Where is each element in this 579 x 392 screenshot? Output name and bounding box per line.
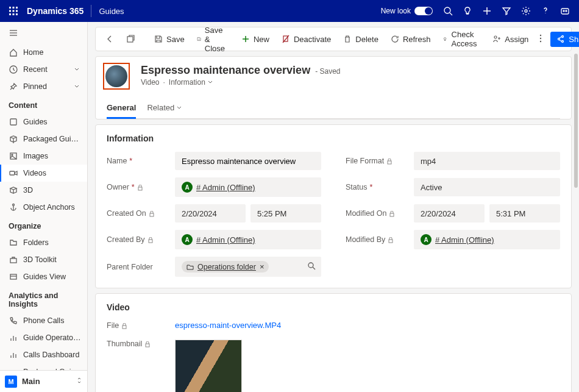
new-button[interactable]: New xyxy=(236,32,274,46)
sidebar-item-label: 3D Toolkit xyxy=(23,255,81,264)
filter-icon[interactable] xyxy=(497,2,516,20)
share-button[interactable]: Share xyxy=(550,32,579,47)
sidebar-item-calls-dashboard[interactable]: Calls Dashboard xyxy=(0,346,87,363)
check-access-label: Check Access xyxy=(452,30,481,48)
parent-folder-lookup[interactable]: Operations folder × xyxy=(175,257,321,277)
save-button[interactable]: Save xyxy=(149,32,190,46)
modified-on-date: 2/20/2024 xyxy=(414,204,485,223)
created-by-value[interactable]: A # Admin (Offline) xyxy=(175,230,321,249)
tab-related[interactable]: Related xyxy=(147,99,182,119)
svg-point-52 xyxy=(558,38,560,40)
share-label: Share xyxy=(569,35,579,44)
check-access-button[interactable]: Check Access xyxy=(438,27,485,51)
phone-icon xyxy=(9,316,18,326)
modified-by-value[interactable]: A # Admin (Offline) xyxy=(414,230,560,249)
sidebar-item-label: Images xyxy=(23,152,81,160)
svg-rect-5 xyxy=(16,10,18,12)
sidebar-item-home[interactable]: Home xyxy=(0,44,87,61)
area-switcher[interactable]: M Main xyxy=(0,370,87,392)
main-content: Save Save & Close New Deactivate Delete … xyxy=(88,22,579,392)
help-icon[interactable] xyxy=(536,2,555,20)
search-icon[interactable] xyxy=(439,2,457,20)
book-icon xyxy=(9,117,18,127)
chart-icon xyxy=(9,350,18,360)
svg-rect-21 xyxy=(10,119,16,125)
svg-rect-62 xyxy=(123,326,126,329)
svg-rect-7 xyxy=(13,13,15,15)
sidebar-item-object-anchors[interactable]: Object Anchors xyxy=(0,199,87,216)
modified-by-link[interactable]: # Admin (Offline) xyxy=(435,235,494,244)
toolkit-icon xyxy=(9,255,18,265)
field-name: Name * xyxy=(107,152,321,170)
delete-button[interactable]: Delete xyxy=(338,32,383,46)
folder-chip[interactable]: Operations folder × xyxy=(182,261,269,273)
open-new-window-button[interactable] xyxy=(121,32,140,46)
svg-rect-3 xyxy=(9,10,11,12)
created-by-link[interactable]: # Admin (Offline) xyxy=(196,235,255,244)
scrollbar[interactable] xyxy=(574,54,578,387)
svg-rect-2 xyxy=(16,7,18,9)
lightbulb-icon[interactable] xyxy=(458,2,477,20)
status-value[interactable]: Active xyxy=(414,178,560,196)
app-launcher-icon[interactable] xyxy=(5,2,22,20)
refresh-button[interactable]: Refresh xyxy=(386,32,436,46)
assign-button[interactable]: Assign xyxy=(488,32,533,46)
entity-label: Video xyxy=(141,78,159,87)
remove-chip-icon[interactable]: × xyxy=(260,262,265,271)
sidebar-item-packaged-guides[interactable]: Packaged Guides xyxy=(0,130,87,148)
svg-point-53 xyxy=(562,41,564,43)
sidebar-item-pinned[interactable]: Pinned xyxy=(0,78,87,95)
anchor-icon xyxy=(9,202,18,212)
new-look-toggle[interactable]: New look xyxy=(381,7,433,15)
form-selector[interactable]: Information xyxy=(169,78,213,87)
thumbnail-preview[interactable] xyxy=(175,340,242,392)
svg-point-48 xyxy=(540,34,541,35)
view-icon xyxy=(9,272,18,282)
gear-icon[interactable] xyxy=(517,2,535,20)
record-thumbnail[interactable] xyxy=(105,65,127,87)
owner-value[interactable]: A # Admin (Offline) xyxy=(175,177,321,197)
toggle-switch-icon[interactable] xyxy=(414,7,433,15)
sidebar-item-guides-view[interactable]: Guides View xyxy=(0,268,87,285)
sidebar-item-folders[interactable]: Folders xyxy=(0,234,87,251)
plus-icon[interactable] xyxy=(478,2,496,20)
name-input[interactable] xyxy=(175,152,321,170)
delete-label: Delete xyxy=(355,35,378,44)
sidebar-item-guides[interactable]: Guides xyxy=(0,113,87,130)
deactivate-button[interactable]: Deactivate xyxy=(277,32,336,46)
clock-icon xyxy=(9,65,18,74)
field-file: File espresso-maint-overview.MP4 xyxy=(107,321,560,330)
sidebar-item-videos[interactable]: Videos xyxy=(0,165,87,182)
sidebar-item-recent[interactable]: Recent xyxy=(0,61,87,78)
assistant-icon[interactable] xyxy=(556,2,574,20)
sidebar-item-images[interactable]: Images xyxy=(0,148,87,165)
sidebar-item-label: Guides View xyxy=(23,273,81,281)
record-thumbnail-highlight xyxy=(103,63,130,90)
folder-link[interactable]: Operations folder xyxy=(197,263,256,271)
owner-link[interactable]: # Admin (Offline) xyxy=(196,183,255,192)
module-label[interactable]: Guides xyxy=(99,7,124,16)
hamburger-icon[interactable] xyxy=(0,22,87,44)
sidebar-item-packaged-guides-op[interactable]: Packaged Guides Op... xyxy=(0,363,87,370)
overflow-button[interactable] xyxy=(536,32,545,47)
field-parent-folder: Parent Folder Operations folder × xyxy=(107,257,321,277)
search-icon[interactable] xyxy=(307,262,316,272)
sidebar-item-3d-toolkit[interactable]: 3D Toolkit xyxy=(0,251,87,268)
svg-rect-54 xyxy=(388,161,391,164)
section-information: Information Name * File Format mp4 Owner… xyxy=(95,124,572,288)
save-label: Save xyxy=(166,35,185,44)
avatar: A xyxy=(182,234,193,245)
sidebar-group-analytics: Analytics and Insights xyxy=(0,285,87,312)
save-close-button[interactable]: Save & Close xyxy=(192,23,234,55)
sidebar-item-3d[interactable]: 3D xyxy=(0,182,87,199)
record-header: Espresso maintenance overview - Saved Vi… xyxy=(95,56,572,119)
tab-general[interactable]: General xyxy=(107,99,136,119)
svg-rect-59 xyxy=(389,240,393,243)
sidebar-item-operator-sessions[interactable]: Guide Operator Sessi... xyxy=(0,329,87,346)
back-button[interactable] xyxy=(101,32,119,46)
sidebar-item-phone-calls[interactable]: Phone Calls xyxy=(0,312,87,329)
required-icon: * xyxy=(132,183,135,191)
section-title: Information xyxy=(107,134,560,143)
sidebar-item-label: 3D xyxy=(23,186,81,194)
file-link[interactable]: espresso-maint-overview.MP4 xyxy=(175,321,281,330)
